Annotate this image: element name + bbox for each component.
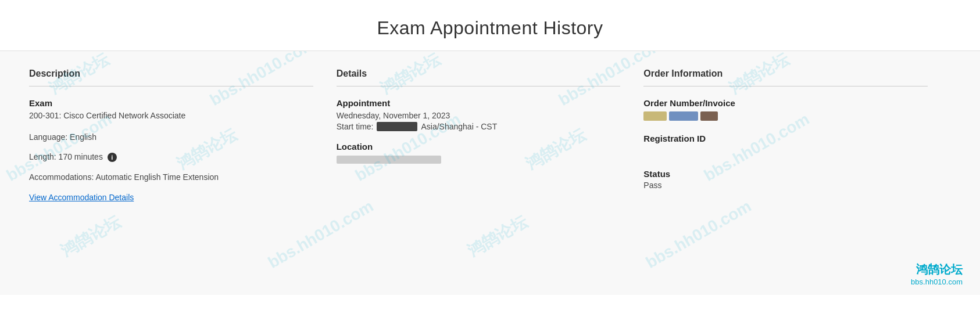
length-value: 170 minutes <box>59 152 103 161</box>
accommodations-value: Automatic English Time Extension <box>95 172 219 182</box>
forum-name: 鸿鹄论坛 <box>911 262 963 277</box>
exam-field-group: Exam 200-301: Cisco Certified Network As… <box>29 98 313 122</box>
appointment-field-group: Appointment Wednesday, November 1, 2023 … <box>337 98 621 131</box>
order-number-value <box>643 111 718 121</box>
page-title: Exam Appointment History <box>12 17 968 39</box>
columns-container: Description Exam 200-301: Cisco Certifie… <box>29 69 951 203</box>
timezone-value: Asia/Shanghai - CST <box>421 122 497 131</box>
registration-id-label: Registration ID <box>643 134 928 143</box>
order-blur-2 <box>669 111 698 121</box>
order-blur-3 <box>700 111 718 121</box>
accommodations-field-group: Accommodations: Automatic English Time E… <box>29 172 313 182</box>
status-label: Status <box>643 169 928 179</box>
description-column: Description Exam 200-301: Cisco Certifie… <box>29 69 337 203</box>
start-time-label: Start time: <box>337 122 374 131</box>
start-time-container: Start time: Asia/Shanghai - CST <box>337 122 621 131</box>
language-line: Language: English <box>29 132 313 142</box>
length-prefix: Length: <box>29 152 56 161</box>
status-field-group: Status Pass <box>643 169 928 190</box>
order-number-field-group: Order Number/Invoice <box>643 98 928 123</box>
order-number-label: Order Number/Invoice <box>643 98 928 108</box>
length-line: Length: 170 minutes i <box>29 152 313 162</box>
order-info-header: Order Information <box>643 69 928 86</box>
order-info-column: Order Information Order Number/Invoice R… <box>643 69 951 203</box>
language-field-group: Language: English <box>29 132 313 142</box>
location-label: Location <box>337 142 621 152</box>
appointment-label: Appointment <box>337 98 621 108</box>
time-blurred-value <box>377 122 417 131</box>
appointment-date: Wednesday, November 1, 2023 <box>337 110 621 122</box>
page-container: Exam Appointment History 鸿鹄论坛 bbs.hh010.… <box>0 0 980 310</box>
order-blur-1 <box>643 111 667 121</box>
language-value: English <box>70 132 96 142</box>
view-accommodation-details-link[interactable]: View Accommodation Details <box>29 193 134 202</box>
description-header: Description <box>29 69 313 86</box>
location-field-group: Location <box>337 142 621 166</box>
exam-value: 200-301: Cisco Certified Network Associa… <box>29 110 313 122</box>
exam-label: Exam <box>29 98 313 108</box>
registration-id-field-group: Registration ID <box>643 134 928 158</box>
forum-url: bbs.hh010.com <box>911 277 963 286</box>
header-section: Exam Appointment History <box>0 0 980 51</box>
language-prefix: Language: <box>29 132 67 142</box>
info-icon[interactable]: i <box>108 153 117 162</box>
accommodations-prefix: Accommodations: <box>29 172 94 182</box>
details-column: Details Appointment Wednesday, November … <box>337 69 644 203</box>
forum-logo: 鸿鹄论坛 bbs.hh010.com <box>911 262 963 286</box>
length-field-group: Length: 170 minutes i <box>29 152 313 162</box>
details-header: Details <box>337 69 621 86</box>
status-value: Pass <box>643 181 928 190</box>
accommodations-line: Accommodations: Automatic English Time E… <box>29 172 313 182</box>
location-value-blurred <box>337 156 441 164</box>
content-section: 鸿鹄论坛 bbs.hh010.com 鸿鹄论坛 bbs.hh010.com 鸿鹄… <box>0 51 980 295</box>
